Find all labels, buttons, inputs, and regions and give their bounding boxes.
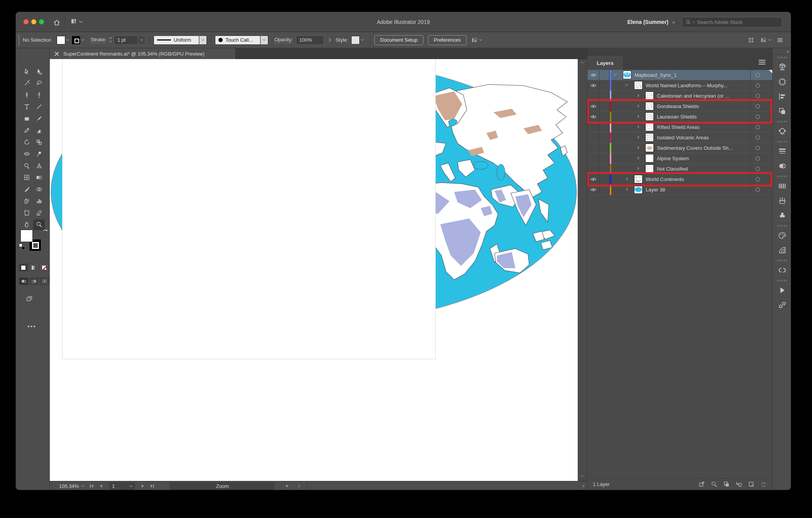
style-swatch[interactable] — [351, 36, 360, 44]
expander-closed-icon[interactable] — [636, 146, 639, 149]
lock-toggle[interactable] — [599, 80, 609, 91]
swap-fill-stroke-icon[interactable] — [42, 228, 48, 234]
chevron-down-icon[interactable] — [81, 484, 84, 487]
lock-toggle[interactable] — [599, 132, 609, 143]
brush-definition-dropdown[interactable]: Touch Call... — [215, 36, 268, 45]
layer-thumbnail[interactable] — [645, 133, 654, 142]
variable-width-profile-dropdown[interactable]: Uniform — [154, 36, 207, 45]
visibility-toggle[interactable] — [587, 153, 599, 164]
libraries-panel-icon[interactable] — [773, 263, 791, 278]
stroke-weight-value[interactable]: 1 pt — [114, 36, 138, 45]
lock-toggle[interactable] — [599, 112, 609, 122]
chevron-down-icon[interactable] — [138, 36, 145, 45]
layer-name[interactable]: Isolated Volcanic Areas — [657, 135, 709, 141]
panel-group-grip[interactable] — [773, 173, 791, 179]
draw-behind-button[interactable] — [29, 278, 39, 285]
layer-row-layer-38[interactable]: Layer 38 — [587, 185, 772, 195]
layer-name[interactable]: Mapboard_Sync_1 — [634, 72, 677, 78]
perspective-grid-tool[interactable] — [33, 160, 45, 171]
color-panel-icon[interactable] — [773, 228, 791, 243]
mesh-tool[interactable] — [21, 172, 32, 183]
close-icon[interactable] — [54, 52, 59, 56]
touch-workspace-icon[interactable] — [748, 37, 754, 43]
scale-tool[interactable] — [33, 137, 45, 147]
layer-row-isolated-volcanic-areas[interactable]: Isolated Volcanic Areas — [587, 132, 772, 143]
lasso-tool[interactable] — [33, 78, 45, 89]
draw-inside-button[interactable] — [40, 278, 49, 285]
next-artboard-icon[interactable] — [140, 483, 145, 489]
document-setup-button[interactable]: Document Setup — [374, 35, 423, 45]
puppet-warp-tool[interactable] — [33, 149, 45, 159]
symbol-sprayer-tool[interactable] — [21, 196, 32, 207]
layer-row-alpine-system[interactable]: Alpine System — [587, 153, 772, 164]
panel-group-grip[interactable] — [773, 118, 791, 124]
visibility-toggle[interactable] — [587, 122, 599, 132]
layer-thumbnail[interactable] — [645, 154, 654, 163]
chevron-down-icon[interactable] — [261, 36, 268, 45]
layer-thumbnail[interactable] — [645, 102, 654, 110]
pen-tool[interactable] — [21, 90, 32, 100]
fill-swatch[interactable] — [57, 36, 65, 44]
visibility-toggle[interactable] — [587, 164, 599, 174]
none-button[interactable] — [40, 264, 49, 271]
status-display[interactable]: Zoom — [170, 482, 274, 490]
layer-name[interactable]: World Continents — [646, 176, 684, 182]
panel-group-grip[interactable] — [773, 54, 791, 60]
layer-thumbnail[interactable] — [645, 144, 654, 152]
panel-group-grip[interactable] — [773, 257, 791, 263]
stroke-weight-stepper[interactable] — [110, 37, 112, 42]
layer-name[interactable]: Layer 38 — [646, 187, 665, 193]
layer-thumbnail[interactable] — [634, 175, 643, 183]
stroke-swatch[interactable] — [72, 36, 80, 44]
type-tool[interactable] — [21, 102, 32, 112]
layer-thumbnail[interactable] — [645, 123, 654, 131]
brushes-panel-icon[interactable] — [773, 193, 791, 208]
visibility-toggle[interactable] — [587, 112, 599, 122]
first-artboard-icon[interactable] — [89, 483, 95, 489]
workspace-menu-icon[interactable] — [777, 37, 783, 43]
layer-name[interactable]: Rifted Shield Areas — [657, 124, 700, 130]
target-circle[interactable] — [756, 146, 760, 150]
visibility-toggle[interactable] — [587, 143, 599, 153]
visibility-toggle[interactable] — [587, 185, 599, 195]
lock-toggle[interactable] — [599, 70, 609, 80]
lock-toggle[interactable] — [599, 101, 609, 112]
expander-closed-icon[interactable] — [625, 178, 628, 180]
make-clipping-mask-icon[interactable] — [723, 481, 730, 488]
expander-open-icon[interactable] — [625, 83, 628, 86]
align-panel-icon[interactable] — [773, 89, 791, 104]
align-options-icon[interactable] — [471, 37, 477, 43]
layer-row-mapboard-sync-1[interactable]: Mapboard_Sync_1 — [587, 70, 772, 80]
layer-row-sedimentary-covers-outside-sh[interactable]: Sedimentary Covers Outside Sh... — [587, 143, 772, 153]
layer-name[interactable]: World Named Landforms – Murphy... — [646, 83, 727, 88]
layers-panel-tab[interactable]: Layers — [587, 56, 623, 70]
layer-thumbnail[interactable] — [645, 164, 654, 173]
preferences-button[interactable]: Preferences — [428, 35, 467, 45]
horizontal-scrollbar[interactable] — [306, 481, 576, 491]
scroll-up-icon[interactable] — [581, 62, 584, 64]
visibility-toggle[interactable] — [587, 70, 599, 80]
symbols-panel-icon[interactable]: ♣ — [773, 208, 791, 223]
layer-name[interactable]: Sedimentary Covers Outside Sh... — [657, 145, 733, 151]
vertical-scrollbar[interactable] — [578, 59, 587, 481]
draw-normal-button[interactable] — [19, 278, 28, 285]
selection-tool[interactable] — [21, 66, 32, 77]
adobe-stock-search[interactable] — [682, 17, 782, 27]
shape-builder-tool[interactable] — [21, 160, 32, 171]
target-circle[interactable] — [756, 115, 760, 119]
width-tool[interactable] — [21, 149, 32, 159]
fill-color-picker[interactable] — [57, 36, 69, 44]
delete-layer-icon[interactable] — [760, 481, 767, 488]
target-circle[interactable] — [756, 83, 760, 88]
locate-object-icon[interactable] — [711, 481, 717, 488]
panel-group-grip[interactable] — [773, 139, 791, 144]
style-dropdown[interactable] — [351, 36, 363, 44]
slice-tool[interactable] — [33, 207, 45, 218]
target-circle[interactable] — [756, 104, 760, 108]
lock-toggle[interactable] — [599, 185, 609, 195]
layer-row-world-named-landforms-murphy[interactable]: World Named Landforms – Murphy... — [587, 80, 772, 91]
layer-name[interactable]: Caledonian and Hercynian (or ... — [657, 93, 729, 99]
user-profile-menu[interactable]: Elena (Summer) — [627, 17, 675, 27]
layer-name[interactable]: Laurasian Shields — [657, 114, 697, 120]
gradient-tool[interactable] — [33, 172, 45, 183]
